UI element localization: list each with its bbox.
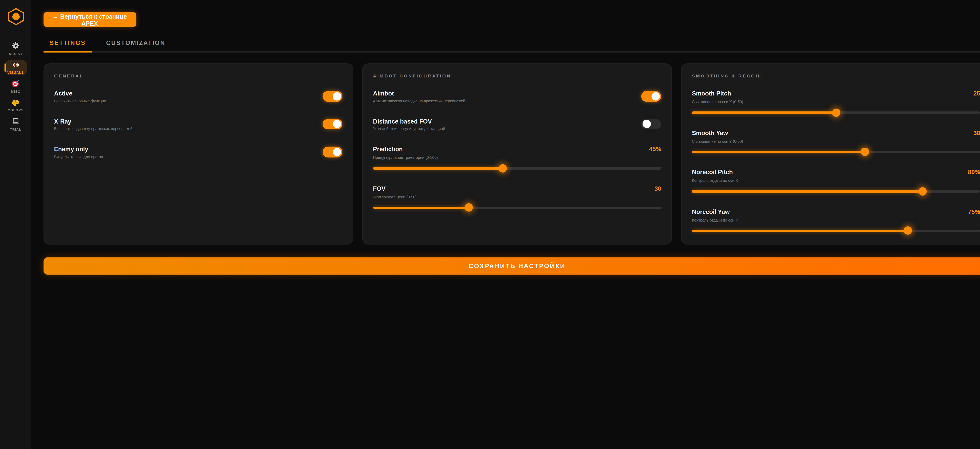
sidebar-item-misc[interactable]: MISC: [5, 79, 27, 94]
sidebar: ASSIST VISUALS: [0, 0, 31, 449]
setting-row-norecoil-pitch: Norecoil Pitch 80% Контроль отдачи по ос…: [692, 169, 980, 192]
setting-label: Active: [54, 89, 106, 97]
slider-fill: [692, 229, 908, 232]
setting-label: Smooth Pitch: [692, 89, 731, 97]
setting-row-fov: FOV 30 Угол захвата цели (0-90): [373, 185, 661, 209]
slider-thumb[interactable]: [499, 164, 507, 172]
panel-smoothing-recoil: SMOOTHING & RECOIL Smooth Pitch 25 Сглаж…: [681, 63, 980, 245]
gear-icon: [11, 41, 20, 50]
aimbot-toggle[interactable]: [641, 91, 661, 102]
slider-fill: [692, 151, 865, 153]
palette-icon: [11, 98, 20, 107]
norecoil-pitch-slider[interactable]: [692, 190, 980, 192]
setting-description: Угол действия регулируется дистанцией: [373, 127, 445, 131]
toggle-knob: [332, 148, 341, 156]
slider-fill: [692, 111, 836, 113]
panel-title: SMOOTHING & RECOIL: [692, 74, 980, 78]
setting-row-enemy-only: Enemy only Визуалы только для врагов: [54, 145, 342, 158]
panel-general: GENERAL Active Включить основные функции…: [43, 63, 353, 245]
sidebar-nav: ASSIST VISUALS: [5, 41, 27, 135]
smooth-pitch-slider[interactable]: [692, 111, 980, 113]
slider-thumb[interactable]: [918, 187, 926, 195]
tab-bar: SETTINGS CUSTOMIZATION: [43, 35, 980, 53]
setting-label: Norecoil Pitch: [692, 169, 733, 175]
setting-row-prediction: Prediction 45% Предугадывание траектории…: [373, 145, 661, 169]
panel-title: AIMBOT CONFIGURATION: [373, 74, 661, 78]
toggle-knob: [652, 92, 660, 100]
setting-label: Enemy only: [54, 145, 103, 152]
setting-label: Aimbot: [373, 89, 465, 97]
slider-value: 25: [973, 89, 980, 97]
sidebar-item-label: COLORS: [8, 108, 24, 112]
enemy-only-toggle[interactable]: [323, 146, 342, 157]
main-content: ← Вернуться к странице APEX SETTINGS CUS…: [31, 0, 980, 449]
setting-description: Автоматическая наводка на вражеских перс…: [373, 99, 465, 103]
slider-value: 80%: [968, 169, 980, 175]
smooth-yaw-slider[interactable]: [692, 151, 980, 153]
slider-value: 75%: [968, 208, 980, 215]
setting-row-norecoil-yaw: Norecoil Yaw 75% Контроль отдачи по оси …: [692, 208, 980, 232]
toggle-knob: [643, 120, 651, 128]
slider-thumb[interactable]: [861, 148, 869, 156]
setting-label: X-Ray: [54, 118, 132, 124]
setting-description: Угол захвата цели (0-90): [373, 195, 661, 199]
setting-description: Включить подсветку вражеских персонажей: [54, 127, 132, 131]
laptop-icon: [11, 117, 20, 126]
sidebar-item-visuals[interactable]: VISUALS: [5, 60, 27, 75]
sidebar-item-label: MISC: [11, 89, 21, 93]
setting-description: Сглаживание по оси X (0-50): [692, 100, 980, 104]
slider-thumb[interactable]: [832, 108, 840, 117]
sidebar-item-trial[interactable]: TRIAL: [5, 116, 27, 132]
setting-description: Предугадывание траектории (0-100): [373, 156, 661, 159]
prediction-slider[interactable]: [373, 167, 661, 169]
setting-description: Контроль отдачи по оси Y: [692, 218, 980, 222]
setting-row-distance-based-fov: Distance based FOV Угол действия регулир…: [373, 118, 661, 131]
eye-icon: [11, 61, 20, 69]
fov-slider[interactable]: [373, 207, 661, 209]
sidebar-item-label: VISUALS: [8, 70, 24, 74]
slider-value: 30: [973, 129, 980, 136]
panel-aimbot-configuration: AIMBOT CONFIGURATION Aimbot Автоматическ…: [362, 63, 672, 245]
distance-based-fov-toggle[interactable]: [641, 119, 661, 129]
panel-title: GENERAL: [54, 74, 342, 78]
setting-description: Визуалы только для врагов: [54, 155, 103, 159]
setting-row-smooth-pitch: Smooth Pitch 25 Сглаживание по оси X (0-…: [692, 89, 980, 113]
slider-fill: [373, 207, 469, 209]
slider-fill: [373, 167, 503, 169]
toggle-knob: [332, 120, 341, 128]
sidebar-item-label: TRIAL: [10, 127, 21, 131]
sidebar-item-assist[interactable]: ASSIST: [5, 41, 27, 56]
save-settings-button[interactable]: СОХРАНИТЬ НАСТРОЙКИ: [43, 258, 980, 274]
setting-description: Сглаживание по оси Y (0-50): [692, 139, 980, 143]
setting-description: Включить основные функции: [54, 99, 106, 103]
setting-label: Smooth Yaw: [692, 129, 728, 136]
slider-value: 30: [654, 185, 661, 192]
norecoil-yaw-slider[interactable]: [692, 229, 980, 232]
active-toggle[interactable]: [323, 91, 342, 102]
setting-row-smooth-yaw: Smooth Yaw 30 Сглаживание по оси Y (0-50…: [692, 129, 980, 153]
toggle-knob: [332, 92, 341, 100]
setting-label: FOV: [373, 185, 385, 192]
target-icon: [11, 80, 20, 88]
slider-fill: [692, 190, 923, 192]
setting-row-active: Active Включить основные функции: [54, 89, 342, 103]
slider-thumb[interactable]: [465, 204, 473, 212]
setting-label: Distance based FOV: [373, 118, 445, 124]
sidebar-item-label: ASSIST: [9, 52, 23, 56]
sidebar-item-colors[interactable]: COLORS: [5, 98, 27, 113]
setting-description: Контроль отдачи по оси X: [692, 178, 980, 183]
setting-row-aimbot: Aimbot Автоматическая наводка на вражеск…: [373, 89, 661, 103]
tab-settings[interactable]: SETTINGS: [43, 35, 92, 53]
setting-label: Norecoil Yaw: [692, 208, 730, 215]
tab-customization[interactable]: CUSTOMIZATION: [100, 35, 172, 53]
xray-toggle[interactable]: [323, 119, 342, 129]
slider-thumb[interactable]: [904, 226, 912, 235]
app-window: ASSIST VISUALS: [0, 0, 980, 449]
back-to-apex-button[interactable]: ← Вернуться к странице APEX: [43, 12, 136, 27]
setting-label: Prediction: [373, 145, 403, 152]
settings-panels: GENERAL Active Включить основные функции…: [43, 63, 980, 245]
setting-row-xray: X-Ray Включить подсветку вражеских персо…: [54, 118, 342, 131]
slider-value: 45%: [649, 145, 661, 152]
hexagon-logo-icon: [8, 8, 24, 25]
